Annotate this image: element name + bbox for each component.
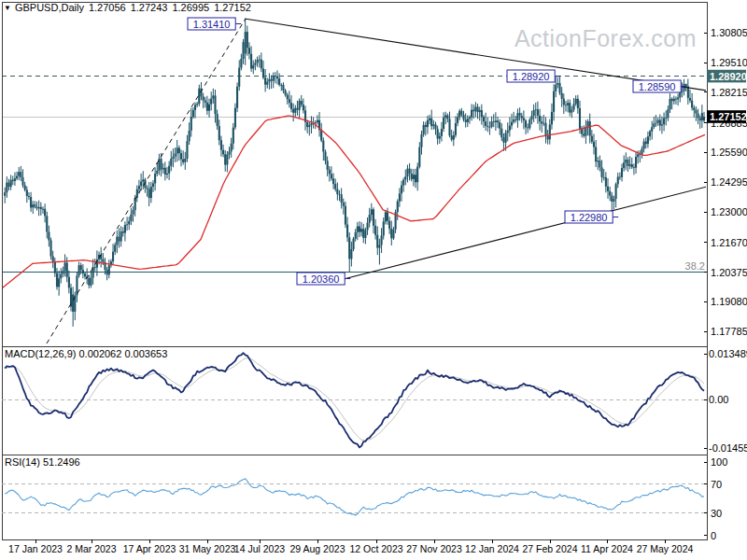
date-label: 17 Apr 2023 bbox=[123, 543, 176, 554]
price-annotation-1.31410[interactable]: 1.31410 bbox=[188, 18, 241, 30]
trading-chart-window: 38.21.308051.295101.282151.268851.255901… bbox=[0, 0, 747, 560]
price-tag-text: 1.28920 bbox=[710, 71, 747, 82]
date-label: 11 Apr 2024 bbox=[581, 543, 633, 554]
annotation-text: 1.20360 bbox=[303, 273, 340, 285]
price-axis-label: 1.19080 bbox=[711, 296, 747, 307]
macd-axis-label: -0.014554 bbox=[709, 442, 747, 454]
price-axis-label: 1.29510 bbox=[711, 57, 747, 68]
price-axis-label: 1.21670 bbox=[711, 237, 747, 248]
macd-axis-label: 0.013489 bbox=[709, 348, 747, 359]
date-label: 2 Mar 2023 bbox=[66, 543, 116, 554]
price-axis-label: 1.20375 bbox=[711, 267, 747, 278]
rsi-axis-label: 0 bbox=[711, 530, 716, 541]
date-label: 27 May 2024 bbox=[637, 543, 694, 554]
price-annotation-1.20360[interactable]: 1.20360 bbox=[297, 273, 350, 285]
macd-axis[interactable]: 0.0134890.00-0.014554 bbox=[704, 348, 747, 454]
price-axis-label: 1.23000 bbox=[711, 206, 747, 217]
rising-support-trendline[interactable] bbox=[344, 187, 707, 279]
price-axis-label: 1.28215 bbox=[711, 87, 747, 98]
price-axis-label: 1.30805 bbox=[711, 27, 747, 38]
date-label: 27 Nov 2023 bbox=[406, 543, 462, 554]
price-annotation-1.28590[interactable]: 1.28590 bbox=[633, 80, 686, 92]
fib-38-2-label: 38.2 bbox=[685, 260, 705, 272]
date-label: 14 Jul 2023 bbox=[234, 543, 285, 554]
price-axis-label: 1.25590 bbox=[711, 147, 747, 158]
rsi-axis-label: 100 bbox=[711, 456, 727, 468]
macd-axis-label: 0.00 bbox=[709, 394, 728, 405]
moving-average-line bbox=[2, 116, 705, 288]
date-label: 29 Aug 2023 bbox=[290, 543, 345, 554]
date-label: 12 Oct 2023 bbox=[349, 543, 402, 554]
date-label: 12 Jan 2024 bbox=[465, 543, 519, 554]
date-label: 27 Feb 2024 bbox=[523, 543, 578, 554]
falling-resistance-trendline[interactable] bbox=[245, 19, 707, 91]
date-label: 17 Jan 2023 bbox=[8, 543, 63, 554]
rsi-axis-label: 30 bbox=[711, 508, 722, 519]
date-label: 31 May 2023 bbox=[179, 543, 236, 554]
date-axis[interactable]: 17 Jan 20232 Mar 202317 Apr 202331 May 2… bbox=[8, 539, 693, 554]
annotation-text: 1.28590 bbox=[639, 81, 676, 92]
annotation-text: 1.22980 bbox=[571, 212, 608, 223]
price-axis-label: 1.17785 bbox=[711, 326, 747, 337]
macd-panel-frame bbox=[2, 346, 707, 455]
annotation-text: 1.28920 bbox=[513, 71, 550, 82]
candles-group bbox=[4, 19, 705, 327]
chart-canvas[interactable]: 38.21.308051.295101.282151.268851.255901… bbox=[0, 0, 747, 560]
rsi-axis-label: 70 bbox=[711, 479, 722, 490]
symbol-dropdown-icon[interactable]: ▼ bbox=[4, 4, 11, 12]
annotation-text: 1.31410 bbox=[193, 19, 231, 30]
price-annotation-1.22980[interactable]: 1.22980 bbox=[565, 211, 618, 223]
price-axis[interactable]: 1.308051.295101.282151.268851.255901.242… bbox=[704, 27, 747, 337]
price-axis-label: 1.24295 bbox=[711, 176, 747, 188]
price-annotation-1.28920[interactable]: 1.28920 bbox=[507, 70, 560, 82]
price-tag-text: 1.27152 bbox=[710, 111, 747, 122]
